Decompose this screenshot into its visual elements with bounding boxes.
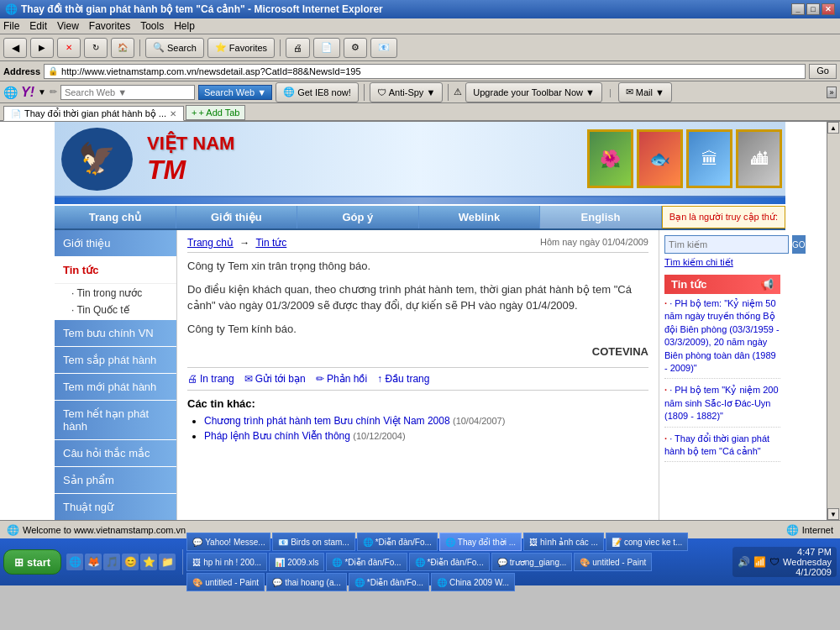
taskbar-app-5[interactable]: 📝cong viec ke t... xyxy=(606,533,688,551)
taskbar: ⊞ start 🌐 🦊 🎵 😊 ⭐ 📁 💬Yahoo! Messe... 📧Bi… xyxy=(0,538,840,585)
taskbar-app-1[interactable]: 📧Birds on stam... xyxy=(272,533,354,551)
site-search-input[interactable] xyxy=(664,235,789,254)
taskbar-app-7[interactable]: 📊2009.xls xyxy=(269,553,324,571)
settings-button[interactable]: 📧 xyxy=(370,38,397,58)
menu-view[interactable]: View xyxy=(57,20,79,32)
close-button[interactable]: ✕ xyxy=(822,3,835,15)
taskbar-app-12[interactable]: 🎨untitled - Paint xyxy=(186,573,265,591)
site-header: 🦅 VIỆT NAM TM 🌺 🐟 🏛 xyxy=(55,122,785,197)
taskbar-app-0[interactable]: 💬Yahoo! Messe... xyxy=(186,533,270,551)
print-link[interactable]: 🖨 In trang xyxy=(187,373,234,385)
refresh-button[interactable]: ↻ xyxy=(84,38,108,58)
go-button[interactable]: Go xyxy=(809,64,837,79)
sidebar-item-gioithieu[interactable]: Giới thiệu xyxy=(55,230,176,256)
logo-bird-icon: 🦅 xyxy=(78,141,116,176)
yahoo-search-input[interactable] xyxy=(60,85,195,100)
favorites-button[interactable]: ⭐ Favorites xyxy=(207,38,275,58)
action-bar: 🖨 In trang ✉ Gửi tới bạn ✏ Phản hồi ↑ Đầ… xyxy=(187,367,648,391)
nav-english[interactable]: English xyxy=(540,206,662,228)
taskbar-app-13[interactable]: 💬thai hoang (a... xyxy=(266,573,347,591)
send-link[interactable]: ✉ Gửi tới bạn xyxy=(244,373,306,385)
nav-weblink[interactable]: Weblink xyxy=(419,206,541,228)
taskbar-app-6[interactable]: 🖼hp hi nh ! 200... xyxy=(186,553,267,571)
back-button[interactable]: ◀ xyxy=(3,38,27,58)
tin-tuc-link-3[interactable]: · Thay đổi thời gian phát hành bộ tem "C… xyxy=(664,433,769,456)
minimize-button[interactable]: _ xyxy=(791,3,805,15)
extend-button[interactable]: » xyxy=(827,87,837,98)
separator2 xyxy=(280,39,281,56)
scroll-down[interactable]: ▼ xyxy=(827,508,839,520)
taskbar-app-11[interactable]: 🎨untitled - Paint xyxy=(574,553,652,571)
site-name: VIỆT NAM xyxy=(147,133,575,155)
sidebar-item-thuatng[interactable]: Thuật ngữ xyxy=(55,494,176,520)
search-detail-link[interactable]: Tìm kiếm chi tiết xyxy=(664,257,780,268)
sidebar-item-temhet[interactable]: Tem hết hạn phát hành xyxy=(55,401,176,439)
folder-quick-icon[interactable]: 📁 xyxy=(159,554,176,570)
page-button[interactable]: 📄 xyxy=(313,38,340,58)
home-button[interactable]: 🏠 xyxy=(111,38,134,58)
anti-spy-button[interactable]: 🛡 Anti-Spy ▼ xyxy=(370,82,444,102)
stop-button[interactable]: ✕ xyxy=(57,38,81,58)
star-quick-icon[interactable]: ⭐ xyxy=(140,554,157,570)
forward-button[interactable]: ▶ xyxy=(30,38,54,58)
lock-icon: 🔒 xyxy=(48,66,58,76)
firefox-quick-icon[interactable]: 🦊 xyxy=(85,554,102,570)
app-icon: 🌐 xyxy=(354,578,365,587)
ie-quick-icon[interactable]: 🌐 xyxy=(66,554,83,570)
site-search-button[interactable]: GO xyxy=(792,235,806,254)
smiley-icon[interactable]: 😊 xyxy=(122,554,139,570)
tab-close-icon[interactable]: ✕ xyxy=(170,109,176,118)
scroll-up[interactable]: ▲ xyxy=(827,122,839,134)
sidebar-item-temsap[interactable]: Tem sắp phát hành xyxy=(55,347,176,373)
sidebar-item-sanpham[interactable]: Sản phẩm xyxy=(55,467,176,493)
sidebar-item-cauhoi[interactable]: Câu hỏi thắc mắc xyxy=(55,440,176,466)
mail-button[interactable]: ✉ Mail ▼ xyxy=(618,82,672,102)
yahoo-search-button[interactable]: Search Web ▼ xyxy=(198,85,272,100)
nav-about[interactable]: Giới thiệu xyxy=(176,206,298,228)
music-quick-icon[interactable]: 🎵 xyxy=(103,554,120,570)
taskbar-app-14[interactable]: 🌐*Diễn đàn/Fo... xyxy=(349,573,429,591)
sidebar-item-temmoi[interactable]: Tem mới phát hành xyxy=(55,374,176,400)
menu-help[interactable]: Help xyxy=(174,20,195,32)
status-icon: 🌐 xyxy=(7,524,19,536)
taskbar-app-9[interactable]: 🌐*Điễn đàn/Fo... xyxy=(409,553,490,571)
upgrade-toolbar-button[interactable]: Upgrade your Toolbar Now ▼ xyxy=(465,82,602,102)
tin-tuc-link-1[interactable]: · PH bộ tem: "Kỷ niệm 50 năm ngày truyền… xyxy=(664,298,780,373)
sidebar-sub-tintrongnuoc[interactable]: · Tin trong nước xyxy=(55,285,176,302)
menu-tools[interactable]: Tools xyxy=(140,20,164,32)
taskbar-app-15[interactable]: 🌐China 2009 W... xyxy=(431,573,515,591)
address-input[interactable]: 🔒 http://www.vietnamstamp.com.vn/newsdet… xyxy=(44,64,806,79)
sidebar-sub-tinquocte[interactable]: · Tin Quốc tế xyxy=(55,302,176,318)
nav-home[interactable]: Trang chủ xyxy=(55,206,176,228)
taskbar-app-10[interactable]: 💬trương_giang... xyxy=(491,553,573,571)
taskbar-app-8[interactable]: 🌐*Diễn đàn/Fo... xyxy=(326,553,407,571)
top-link[interactable]: ↑ Đầu trang xyxy=(377,373,429,385)
start-button[interactable]: ⊞ start xyxy=(3,549,61,575)
article-p1: Do điều kiện khách quan, theo chương trì… xyxy=(187,281,648,314)
news-link-1[interactable]: Chương trình phát hành tem Bưu chính Việ… xyxy=(204,415,453,427)
menu-favorites[interactable]: Favorites xyxy=(89,20,130,32)
maximize-button[interactable]: □ xyxy=(806,3,820,15)
tools-gear-button[interactable]: ⚙ xyxy=(344,38,367,58)
breadcrumb-section[interactable]: Tin tức xyxy=(255,237,286,249)
sidebar-item-tintuc[interactable]: Tin tức xyxy=(55,257,176,284)
active-tab[interactable]: 📄 Thay đổi thời gian phát hành bộ ... ✕ xyxy=(3,106,184,121)
taskbar-app-4[interactable]: 🖼hình ảnh các ... xyxy=(523,533,604,551)
news-link-2[interactable]: Pháp lệnh Bưu chính Viễn thông xyxy=(204,430,353,442)
scrollbar[interactable]: ▲ ▼ xyxy=(827,122,840,520)
breadcrumb-home[interactable]: Trang chủ xyxy=(187,237,234,249)
nav-feedback[interactable]: Góp ý xyxy=(297,206,419,228)
menu-file[interactable]: File xyxy=(3,20,19,32)
reply-link[interactable]: ✏ Phản hồi xyxy=(316,373,367,385)
get-ie8-button[interactable]: 🌐 Get IE8 now! xyxy=(276,82,359,102)
sidebar-item-tembuchinvn[interactable]: Tem bưu chính VN xyxy=(55,320,176,346)
add-tab-button[interactable]: + + Add Tab xyxy=(186,105,245,120)
search-button[interactable]: 🔍 Search xyxy=(145,38,204,58)
toolbar-extra: » xyxy=(827,87,837,98)
taskbar-app-2[interactable]: 🌐*Diễn đàn/Fo... xyxy=(357,533,438,551)
print-icon-button[interactable]: 🖨 xyxy=(286,38,310,58)
header-title: VIỆT NAM TM xyxy=(139,129,584,190)
taskbar-app-3[interactable]: 🌐Thay đổi thời ... xyxy=(439,533,522,551)
menu-edit[interactable]: Edit xyxy=(29,20,47,32)
tin-tuc-link-2[interactable]: · PH bộ tem "Kỷ niệm 200 năm sinh Sắc-lơ… xyxy=(664,385,779,421)
